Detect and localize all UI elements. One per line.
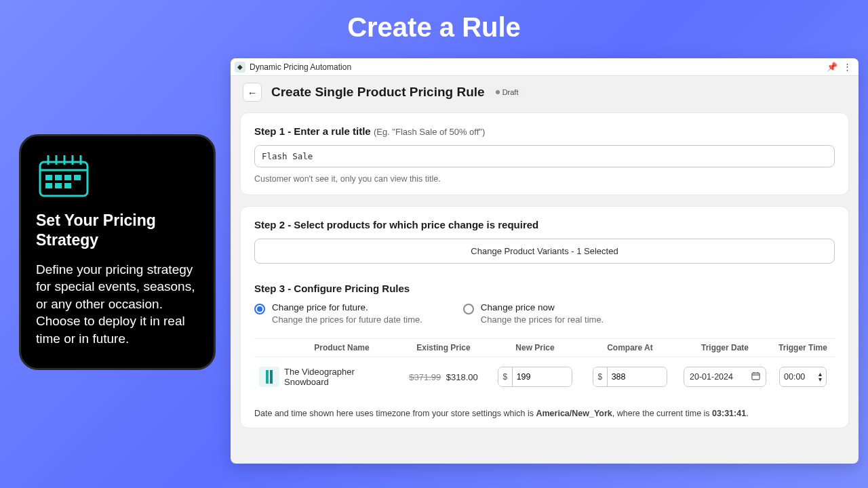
tz-suffix: . [746,409,748,418]
tz-time: 03:31:41 [712,409,746,418]
svg-rect-10 [74,175,81,180]
col-trigger-date: Trigger Date [677,343,772,352]
tz-name: America/New_York [536,409,612,418]
app-title: Dynamic Pricing Automation [250,62,351,72]
calendar-icon [751,371,760,382]
col-compare-at: Compare At [583,343,677,352]
page-header: ← Create Single Product Pricing Rule Dra… [231,76,859,107]
step3-title: Step 3 - Configure Pricing Rules [254,283,835,294]
promo-card: Set Your Pricing Strategy Define your pr… [19,134,216,370]
col-trigger-time: Trigger Time [772,343,833,352]
pricing-mode-radios: Change price for future. Change the pric… [254,302,835,325]
calendar-icon [36,152,92,201]
step1-title-text: Step 1 - Enter a rule title [254,125,371,137]
radio-future-desc: Change the prices for future date time. [272,314,422,325]
svg-rect-7 [45,175,52,180]
currency-prefix: $ [593,367,608,386]
compare-at-field[interactable] [608,367,667,386]
trigger-date-value: 20-01-2024 [690,372,733,382]
radio-change-price-now[interactable]: Change price now Change the prices for r… [463,302,604,325]
promo-body: Define your pricing strategy for special… [36,261,199,348]
cell-existing-price: $371.99 $318.00 [399,372,488,382]
tz-prefix: Date and time shown here uses timezone f… [254,409,536,418]
tz-mid: , where the current time is [612,409,712,418]
app-icon: ◆ [235,62,245,73]
step1-card: Step 1 - Enter a rule title (Eg. "Flash … [240,113,849,195]
svg-rect-12 [55,183,62,188]
status-badge: Draft [492,87,524,98]
radio-now-desc: Change the prices for real time. [481,314,604,325]
spinner-icon: ▴▾ [818,371,822,382]
radio-change-price-future[interactable]: Change price for future. Change the pric… [254,302,422,325]
app-window: ◆ Dynamic Pricing Automation 📌 ⋮ ← Creat… [231,58,859,464]
current-price: $318.00 [446,372,478,382]
col-product-name: Product Name [284,343,399,352]
cell-product-name: The Videographer Snowboard [284,367,399,387]
page-title: Create a Rule [0,0,868,43]
trigger-time-value: 00:00 [784,372,805,382]
table-row: The Videographer Snowboard $371.99 $318.… [254,357,835,396]
step1-helper: Customer won't see it, only you can view… [254,174,835,184]
kebab-menu-icon[interactable]: ⋮ [840,62,854,72]
old-price: $371.99 [409,372,441,382]
svg-rect-14 [752,373,760,380]
svg-rect-13 [64,183,71,188]
col-new-price: New Price [488,343,583,352]
pin-icon[interactable]: 📌 [824,62,840,72]
compare-at-input[interactable]: $ [593,367,667,387]
trigger-time-input[interactable]: 00:00 ▴▾ [779,367,827,387]
trigger-date-input[interactable]: 20-01-2024 [684,367,766,387]
pricing-table: Product Name Existing Price New Price Co… [254,338,835,396]
titlebar: ◆ Dynamic Pricing Automation 📌 ⋮ [231,58,859,76]
new-price-input[interactable]: $ [498,367,572,387]
change-product-variants-button[interactable]: Change Product Variants - 1 Selected [254,239,835,264]
radio-icon [463,304,474,314]
back-button[interactable]: ← [243,83,262,102]
table-header: Product Name Existing Price New Price Co… [254,338,835,357]
svg-rect-9 [64,175,71,180]
product-thumbnail [259,367,279,387]
step1-hint: (Eg. "Flash Sale of 50% off") [374,127,485,137]
svg-rect-11 [45,183,52,188]
step2-title: Step 2 - Select products for which price… [254,219,835,230]
currency-prefix: $ [498,367,513,386]
step2-3-card: Step 2 - Select products for which price… [240,206,849,428]
step1-title: Step 1 - Enter a rule title (Eg. "Flash … [254,125,835,137]
svg-rect-8 [55,175,62,180]
radio-future-label: Change price for future. [272,302,422,312]
new-price-field[interactable] [513,367,572,386]
promo-title: Set Your Pricing Strategy [36,211,199,250]
col-existing-price: Existing Price [399,343,488,352]
radio-now-label: Change price now [481,302,604,312]
rule-title-input[interactable] [254,145,835,167]
radio-icon [254,304,265,314]
header-title: Create Single Product Pricing Rule [271,85,485,100]
timezone-note: Date and time shown here uses timezone f… [254,409,835,418]
